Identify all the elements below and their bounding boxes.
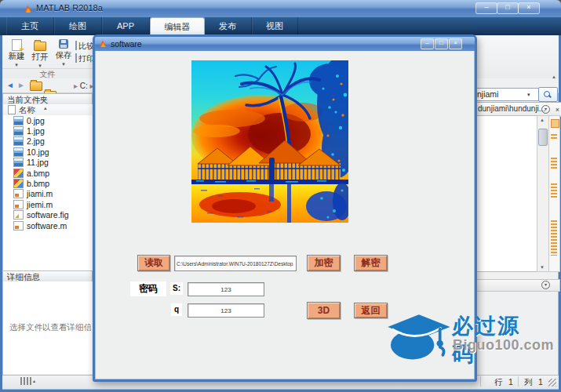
message-indicator-icon[interactable]: [551, 119, 559, 128]
file-item[interactable]: 0.jpg: [3, 115, 93, 125]
file-type-icon: [8, 105, 16, 114]
compare-icon: [75, 41, 77, 50]
open-button[interactable]: 打开 ▾: [30, 40, 50, 69]
window-title: MATLAB R2018a: [36, 3, 103, 13]
up-folder-icon[interactable]: [30, 82, 42, 91]
status-line-value: 1: [508, 377, 513, 387]
combo-dropdown-icon[interactable]: ▾: [527, 92, 530, 98]
tab-apps[interactable]: APP: [102, 17, 150, 35]
dialog-title: software: [111, 39, 142, 49]
new-script-button[interactable]: + 新建 ▾: [6, 39, 27, 68]
minimize-button[interactable]: –: [475, 2, 497, 14]
dialog-close-button[interactable]: ×: [449, 38, 462, 49]
s-parameter-label: S:: [170, 282, 183, 295]
decrypt-button[interactable]: 解密: [354, 255, 388, 271]
mfile-icon: [13, 200, 24, 209]
forward-icon[interactable]: ►: [17, 81, 25, 89]
dialog-maximize-button[interactable]: □: [435, 38, 448, 49]
image-file-icon: [13, 126, 24, 136]
breadcrumb[interactable]: ▸ C: ▸: [74, 82, 94, 90]
file-item[interactable]: jiami.m: [3, 189, 93, 199]
read-button[interactable]: 读取: [137, 255, 170, 271]
compare-button[interactable]: 比较: [75, 41, 93, 50]
q-parameter-label: q: [171, 303, 182, 316]
password-label: 密码: [130, 281, 166, 296]
code-marker-column[interactable]: [548, 115, 560, 272]
status-column-label: 列: [524, 377, 533, 388]
panel-expand-icon[interactable]: ▾: [541, 281, 550, 289]
file-item[interactable]: jiemi.m: [3, 199, 93, 209]
matlab-logo-icon: [99, 39, 107, 48]
doc-tab-menu-icon[interactable]: ▾: [541, 105, 550, 114]
file-item[interactable]: software.fig: [3, 210, 93, 220]
image-file-icon: [13, 158, 24, 167]
editor-search-button[interactable]: [538, 87, 558, 102]
status-column-value: 1: [538, 377, 543, 387]
print-icon: [75, 53, 77, 63]
biguo-watermark: 必过源码 Biguo100.com: [384, 307, 538, 364]
editor-scrollbar[interactable]: ▲ ▼: [537, 115, 549, 272]
resize-grip[interactable]: [548, 379, 556, 387]
details-empty-text: 选择文件以查看详细信息: [9, 322, 91, 333]
tab-home[interactable]: 主页: [6, 17, 54, 35]
q-parameter-field[interactable]: [188, 303, 264, 318]
image-file-icon: [13, 147, 24, 157]
file-item[interactable]: b.bmp: [3, 178, 93, 188]
scroll-up-icon[interactable]: ▲: [540, 118, 545, 122]
mfile-icon: [13, 189, 24, 198]
mfile-icon: [13, 221, 24, 230]
doc-tab-close-icon[interactable]: ×: [556, 103, 559, 116]
ribbon-tab-bar: 主页 绘图 APP 编辑器 发布 视图 ◄ ? ▾ 登录: [0, 17, 561, 35]
search-icon: [544, 91, 550, 97]
file-item[interactable]: 10.jpg: [3, 147, 93, 157]
graduation-cap-icon: [384, 307, 452, 364]
title-bar: MATLAB R2018a – □ ×: [0, 0, 561, 17]
matlab-window: MATLAB R2018a – □ × 主页 绘图 APP 编辑器 发布 视图 …: [0, 0, 561, 392]
encrypt-button[interactable]: 加密: [307, 255, 341, 271]
bitmap-file-icon: [13, 169, 24, 178]
status-line-label: 行: [494, 377, 503, 388]
figfile-icon: [13, 210, 24, 220]
file-item[interactable]: a.bmp: [3, 168, 93, 178]
tab-publish[interactable]: 发布: [204, 17, 252, 35]
save-disk-icon: [59, 39, 68, 49]
image-path-field[interactable]: [174, 256, 297, 271]
sort-asc-icon: ▴: [44, 105, 47, 111]
file-item[interactable]: 1.jpg: [3, 125, 93, 136]
file-item[interactable]: 2.jpg: [3, 136, 93, 147]
maximize-button[interactable]: □: [497, 2, 519, 14]
file-list: 0.jpg 1.jpg 2.jpg 10.jpg 11.jpg a.bmp b.…: [2, 115, 93, 270]
status-toolbar-icon[interactable]: [20, 377, 31, 385]
encrypted-image: [191, 60, 348, 223]
tab-editor[interactable]: 编辑器: [150, 17, 205, 36]
tab-plots[interactable]: 绘图: [54, 17, 102, 35]
threed-button[interactable]: 3D: [307, 302, 341, 319]
details-panel: 选择文件以查看详细信息: [2, 281, 93, 374]
dialog-minimize-button[interactable]: –: [421, 38, 434, 49]
print-button[interactable]: 打印: [75, 53, 93, 63]
back-button[interactable]: 返回: [354, 303, 388, 318]
scrollbar-thumb[interactable]: [538, 129, 548, 146]
watermark-domain: Biguo100.com: [453, 337, 554, 354]
save-file-button[interactable]: 保存 ▾: [53, 39, 74, 67]
status-dropdown-icon[interactable]: ▴: [33, 378, 35, 383]
name-column-header[interactable]: 名称 ▴: [2, 104, 94, 116]
matlab-logo-icon: [24, 4, 33, 13]
ribbon-section-label: 文件: [2, 68, 93, 79]
back-icon[interactable]: ◄: [6, 81, 14, 89]
editor-area[interactable]: [474, 115, 538, 272]
bitmap-file-icon: [13, 179, 24, 188]
editor-bottom-strip: ▾: [474, 279, 560, 292]
open-folder-icon: [34, 42, 46, 51]
scroll-down-icon[interactable]: ▼: [540, 265, 545, 270]
image-file-icon: [13, 116, 24, 125]
tab-view[interactable]: 视图: [252, 17, 298, 35]
file-item[interactable]: software.m: [3, 220, 93, 230]
s-parameter-field[interactable]: [188, 282, 264, 296]
close-button[interactable]: ×: [518, 2, 540, 14]
file-item[interactable]: 11.jpg: [3, 158, 93, 168]
dialog-title-bar[interactable]: software – □ ×: [95, 37, 475, 51]
new-script-icon: +: [12, 39, 22, 51]
image-file-icon: [13, 136, 24, 146]
